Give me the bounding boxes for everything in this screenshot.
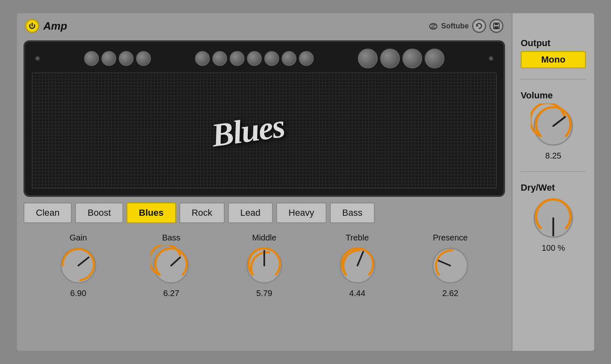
amp-display: Blues bbox=[24, 40, 505, 197]
vent-left bbox=[35, 56, 40, 61]
tube-1 bbox=[84, 51, 99, 66]
amp-top-row bbox=[32, 49, 497, 68]
tube-4 bbox=[136, 51, 151, 66]
gain-label: Gain bbox=[70, 233, 87, 243]
amp-grille: Blues bbox=[32, 72, 497, 189]
bass-label: Bass bbox=[162, 233, 180, 243]
channel-blues[interactable]: Blues bbox=[127, 203, 176, 223]
sidebar: Output Mono Volume 8.25 Dry/Wet 100 % bbox=[512, 13, 594, 351]
tube-lg-3 bbox=[402, 49, 422, 68]
presence-knob[interactable] bbox=[430, 245, 471, 286]
volume-knob[interactable] bbox=[531, 103, 576, 149]
channel-buttons: Clean Boost Blues Rock Lead Heavy Bass bbox=[24, 203, 505, 223]
drywet-label: Dry/Wet bbox=[521, 182, 555, 193]
knob-middle-group: Middle 5.79 bbox=[244, 233, 285, 298]
middle-value: 5.79 bbox=[256, 289, 273, 298]
volume-label: Volume bbox=[521, 90, 553, 101]
tube-lg-1 bbox=[358, 49, 378, 68]
volume-value: 8.25 bbox=[545, 151, 562, 161]
save-button[interactable] bbox=[489, 19, 503, 33]
tube-group-left bbox=[84, 51, 151, 66]
volume-section: Volume 8.25 bbox=[521, 90, 586, 161]
header-right: Softube bbox=[429, 19, 503, 33]
gain-knob[interactable] bbox=[58, 245, 99, 286]
middle-label: Middle bbox=[252, 233, 277, 243]
divider-1 bbox=[521, 79, 586, 79]
drywet-section: Dry/Wet 100 % bbox=[521, 182, 586, 253]
presence-value: 2.62 bbox=[442, 289, 458, 298]
channel-boost[interactable]: Boost bbox=[75, 203, 123, 223]
tube-3 bbox=[119, 51, 134, 66]
channel-bass[interactable]: Bass bbox=[330, 203, 375, 223]
tube-lg-4 bbox=[425, 49, 444, 68]
refresh-button[interactable] bbox=[472, 19, 486, 33]
tube-group-right bbox=[358, 49, 444, 68]
svg-rect-5 bbox=[494, 26, 498, 29]
knob-gain-group: Gain 6.90 bbox=[58, 233, 99, 298]
drywet-knob[interactable] bbox=[531, 196, 576, 241]
tube-group-mid bbox=[195, 51, 314, 66]
output-label: Output bbox=[521, 38, 550, 49]
tube-5 bbox=[195, 51, 210, 66]
tube-8 bbox=[247, 51, 262, 66]
svg-rect-4 bbox=[495, 23, 498, 25]
output-section: Output Mono bbox=[521, 38, 586, 68]
divider-2 bbox=[521, 171, 586, 172]
tube-6 bbox=[212, 51, 227, 66]
channel-heavy[interactable]: Heavy bbox=[276, 203, 327, 223]
treble-label: Treble bbox=[346, 233, 369, 243]
header-left: Amp bbox=[25, 19, 67, 33]
output-mode-button[interactable]: Mono bbox=[521, 51, 586, 68]
tube-9 bbox=[264, 51, 279, 66]
tube-lg-2 bbox=[380, 49, 400, 68]
treble-knob[interactable] bbox=[337, 245, 378, 286]
tube-2 bbox=[101, 51, 116, 66]
vent-right bbox=[489, 56, 494, 61]
bass-value: 6.27 bbox=[163, 289, 179, 298]
channel-clean[interactable]: Clean bbox=[24, 203, 72, 223]
bass-knob[interactable] bbox=[150, 245, 192, 286]
tube-7 bbox=[230, 51, 244, 66]
power-button[interactable] bbox=[25, 19, 39, 33]
drywet-value: 100 % bbox=[542, 243, 565, 253]
middle-knob[interactable] bbox=[244, 245, 285, 286]
knob-treble-group: Treble 4.44 bbox=[337, 233, 378, 298]
channel-lead[interactable]: Lead bbox=[228, 203, 273, 223]
presence-label: Presence bbox=[433, 233, 468, 243]
brand-logo: Softube bbox=[429, 22, 469, 30]
plugin-title: Amp bbox=[43, 20, 67, 33]
tube-11 bbox=[299, 51, 314, 66]
tube-10 bbox=[282, 51, 296, 66]
knob-presence-group: Presence 2.62 bbox=[430, 233, 471, 298]
gain-value: 6.90 bbox=[70, 289, 86, 298]
knobs-row: Gain 6.90 Bass 6.27 bbox=[24, 229, 505, 298]
treble-value: 4.44 bbox=[349, 289, 365, 298]
main-panel: Amp Softube bbox=[17, 13, 512, 351]
channel-rock[interactable]: Rock bbox=[179, 203, 225, 223]
header: Amp Softube bbox=[24, 19, 505, 35]
knob-bass-group: Bass 6.27 bbox=[150, 233, 192, 298]
plugin-container: Amp Softube bbox=[17, 13, 594, 351]
